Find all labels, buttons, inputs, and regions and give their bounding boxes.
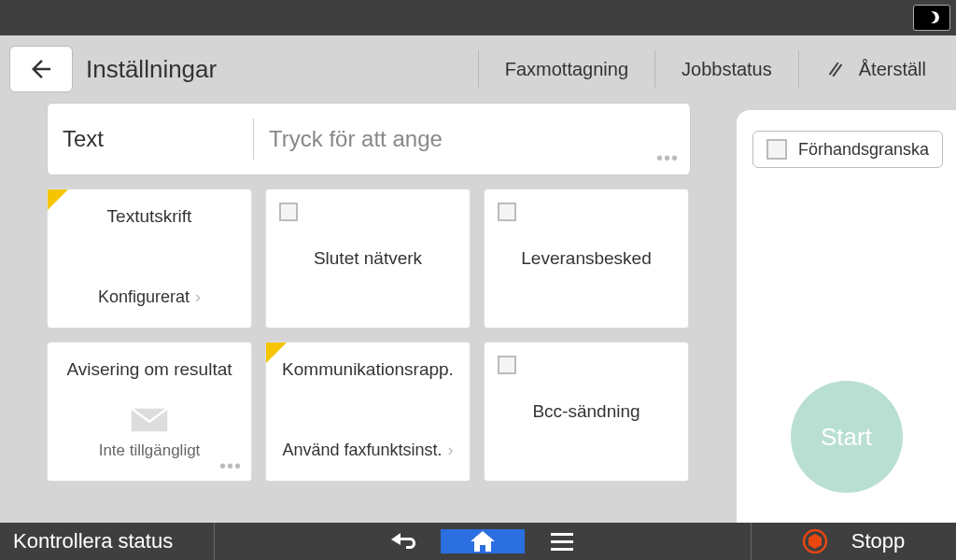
reset-label: Återställ	[859, 59, 926, 80]
more-icon: •••	[219, 455, 242, 477]
header-bar: Inställningar Faxmottagning Jobbstatus Å…	[0, 35, 956, 103]
tile-subtitle: Konfigurerat ›	[48, 287, 251, 307]
checkbox-icon[interactable]	[766, 139, 787, 160]
stop-icon	[803, 529, 827, 553]
chevron-right-icon: ›	[195, 287, 201, 307]
text-placeholder: Tryck för att ange	[254, 126, 690, 152]
tile-title: Kommunikationsrapp.	[266, 359, 470, 380]
svg-rect-1	[551, 533, 573, 536]
tile-title: Avisering om resultat	[48, 359, 251, 380]
svg-marker-5	[808, 534, 822, 549]
preview-label: Förhandsgranska	[798, 140, 929, 160]
back-button[interactable]	[9, 46, 73, 92]
tile-communication-report[interactable]: Kommunikationsrapp. Använd faxfunktsinst…	[265, 342, 471, 482]
more-icon: •••	[656, 147, 679, 169]
tile-result-notification[interactable]: Avisering om resultat Inte tillgängligt …	[47, 342, 252, 482]
system-bar	[0, 0, 956, 35]
nav-back-button[interactable]	[366, 529, 441, 553]
checkbox-icon[interactable]	[279, 203, 298, 221]
nav-home-button[interactable]	[441, 529, 525, 553]
home-icon	[469, 529, 497, 553]
stop-label: Stopp	[851, 529, 906, 553]
settings-grid: Textutskrift Konfigurerat › Slutet nätve…	[47, 189, 691, 482]
divider	[654, 50, 655, 88]
main-area: Text Tryck för att ange ••• Textutskrift…	[0, 103, 737, 523]
tile-label: Slutet nätverk	[314, 248, 422, 269]
tile-closed-network[interactable]: Slutet nätverk	[265, 189, 471, 329]
start-label: Start	[821, 423, 872, 452]
moon-icon	[923, 9, 940, 26]
preview-toggle[interactable]: Förhandsgranska	[752, 131, 943, 168]
action-sidebar: Förhandsgranska Start	[737, 110, 956, 523]
check-status-button[interactable]: Kontrollera status	[0, 523, 215, 560]
svg-rect-2	[551, 540, 573, 543]
envelope-icon	[130, 407, 169, 433]
return-icon	[387, 529, 419, 553]
checkbox-icon[interactable]	[498, 203, 516, 221]
tile-delivery-notice[interactable]: Leveransbesked	[484, 189, 689, 329]
reset-icon	[825, 59, 846, 79]
svg-rect-3	[551, 548, 573, 551]
tile-label: Leveransbesked	[521, 248, 651, 269]
chevron-right-icon: ›	[448, 441, 454, 460]
night-mode-button[interactable]	[913, 5, 950, 31]
tile-title: Textutskrift	[48, 206, 251, 227]
tile-text-print[interactable]: Textutskrift Konfigurerat ›	[47, 189, 252, 329]
stop-button[interactable]: Stopp	[751, 523, 956, 560]
divider	[478, 50, 479, 88]
menu-icon	[549, 531, 575, 552]
tile-label: Bcc-sändning	[532, 401, 640, 422]
checkbox-icon[interactable]	[498, 356, 516, 374]
content-area: Text Tryck för att ange ••• Textutskrift…	[0, 103, 956, 523]
bottom-nav	[215, 523, 751, 560]
arrow-left-icon	[27, 55, 55, 83]
job-status-button[interactable]: Jobbstatus	[661, 35, 793, 103]
start-button[interactable]: Start	[791, 381, 903, 493]
nav-menu-button[interactable]	[525, 531, 599, 552]
page-title: Inställningar	[86, 55, 472, 84]
tile-bcc-send[interactable]: Bcc-sändning	[484, 342, 689, 482]
tile-subtitle: Använd faxfunktsinst. ›	[266, 441, 470, 460]
text-input-bar[interactable]: Text Tryck för att ange •••	[47, 103, 691, 175]
bottom-bar: Kontrollera status Stopp	[0, 523, 956, 560]
divider	[798, 50, 799, 88]
reset-button[interactable]: Återställ	[805, 35, 947, 103]
text-label: Text	[48, 126, 253, 152]
fax-reception-button[interactable]: Faxmottagning	[485, 35, 649, 103]
